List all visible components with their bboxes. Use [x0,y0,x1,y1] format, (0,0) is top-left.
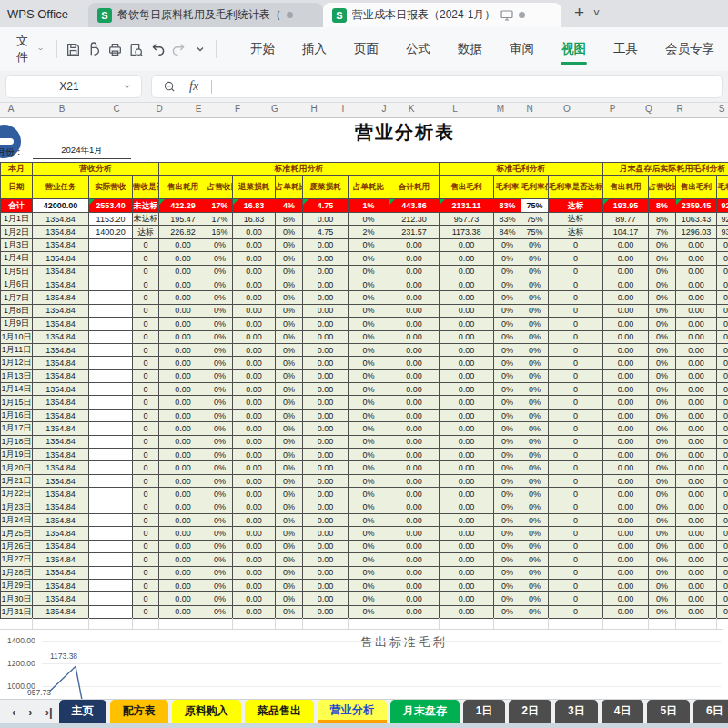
data-cell[interactable]: 0% [717,383,728,396]
data-cell[interactable]: 0.00 [676,461,717,474]
data-cell[interactable]: 0.00 [676,291,717,304]
data-cell[interactable]: 0.00 [389,474,440,487]
data-cell[interactable]: 0.00 [676,265,717,278]
data-cell[interactable]: 0.00 [159,318,207,330]
data-cell[interactable]: 0% [494,500,521,513]
data-cell[interactable]: 0% [521,291,549,304]
data-cell[interactable]: 0% [649,278,676,290]
data-cell[interactable]: 0% [521,422,549,435]
data-cell[interactable]: 0.00 [676,566,717,579]
data-cell[interactable]: 0.00 [159,252,207,265]
document-tab-active[interactable]: S 营业成本日报表（2024-1月） [323,3,561,27]
data-cell[interactable]: 0.00 [440,409,494,421]
data-cell[interactable]: 0% [276,409,303,421]
data-cell[interactable]: 0.00 [676,357,717,369]
column-letter[interactable]: F [235,104,240,114]
data-cell[interactable]: 0.00 [676,592,717,605]
data-cell[interactable]: 0.00 [303,566,349,579]
data-cell[interactable]: 0% [494,474,521,487]
data-cell[interactable]: 0% [521,278,549,290]
data-cell[interactable]: 0.00 [389,579,440,592]
data-cell[interactable]: 0 [549,383,603,396]
data-cell[interactable]: 0% [349,527,389,540]
data-cell[interactable]: 0% [276,291,303,304]
data-cell[interactable]: 0% [207,304,233,317]
data-cell[interactable]: 0.00 [233,592,276,605]
data-cell[interactable]: 0.00 [603,278,649,290]
data-cell[interactable]: 0.00 [233,383,276,396]
data-cell[interactable]: 1354.84 [33,553,89,566]
data-cell[interactable]: 0% [276,592,303,605]
data-cell[interactable]: 0% [649,461,676,474]
column-letter[interactable]: R [676,104,682,114]
data-cell[interactable]: 0.00 [233,566,276,579]
data-cell[interactable]: 0 [549,291,603,304]
data-cell[interactable]: 0% [649,238,676,251]
data-cell[interactable]: 0% [276,553,303,566]
data-cell[interactable]: 0 [549,304,603,317]
data-cell[interactable]: 0% [717,278,728,290]
data-cell[interactable]: 0% [349,449,389,461]
data-cell[interactable]: 1354.84 [33,605,89,618]
data-cell[interactable]: 0% [494,357,521,369]
data-cell[interactable]: 0% [276,318,303,330]
data-cell[interactable] [89,396,133,409]
data-cell[interactable]: 0.00 [233,357,276,369]
data-cell[interactable]: 0.00 [303,252,349,265]
data-cell[interactable]: 0 [133,369,159,382]
data-cell[interactable]: 0% [649,422,676,435]
data-cell[interactable]: 0% [494,409,521,421]
sheet-tab[interactable]: 2日 [509,700,551,723]
data-cell[interactable]: 0.00 [440,318,494,330]
chevron-down-icon[interactable] [123,82,132,91]
data-cell[interactable]: 0.00 [603,605,649,618]
data-cell[interactable]: 0% [521,252,549,265]
data-cell[interactable] [89,579,133,592]
file-menu-button[interactable]: 文件 [9,33,51,66]
data-cell[interactable]: 0% [717,579,728,592]
data-cell[interactable]: 0% [717,396,728,409]
data-cell[interactable]: 0% [276,500,303,513]
data-cell[interactable] [89,540,133,552]
data-cell[interactable]: 0.00 [389,318,440,330]
column-letter[interactable]: H [310,104,317,114]
data-cell[interactable]: 0% [521,330,549,343]
total-cell[interactable]: 4% [276,199,303,213]
data-cell[interactable]: 0% [494,396,521,409]
data-cell[interactable]: 0% [521,449,549,461]
data-cell[interactable]: 0.00 [233,605,276,618]
date-cell[interactable]: 1月27日 [1,553,33,566]
data-cell[interactable] [89,605,133,618]
data-cell[interactable]: 0 [549,474,603,487]
data-cell[interactable]: 0.00 [440,527,494,540]
data-cell[interactable]: 0 [133,357,159,369]
date-cell[interactable]: 1月7日 [1,291,33,304]
data-cell[interactable] [89,500,133,513]
data-cell[interactable]: 0% [649,553,676,566]
data-cell[interactable]: 0.00 [303,357,349,369]
data-cell[interactable]: 1354.84 [33,579,89,592]
data-cell[interactable]: 0.00 [440,383,494,396]
data-cell[interactable]: 0% [207,449,233,461]
data-cell[interactable]: 0.00 [233,330,276,343]
data-cell[interactable]: 0.00 [303,278,349,290]
data-cell[interactable]: 0 [549,396,603,409]
data-cell[interactable]: 0.00 [159,488,207,500]
data-cell[interactable]: 0.00 [676,304,717,317]
column-letter[interactable]: Q [645,104,652,114]
data-cell[interactable]: 0.00 [440,357,494,369]
total-cell[interactable]: 193.95 [603,199,649,213]
data-cell[interactable]: 0% [494,435,521,448]
data-cell[interactable]: 0% [349,213,389,226]
data-cell[interactable]: 0% [521,579,549,592]
data-cell[interactable]: 0% [494,579,521,592]
data-cell[interactable]: 0.00 [676,330,717,343]
data-cell[interactable]: 0% [717,330,728,343]
data-cell[interactable]: 0.00 [603,461,649,474]
data-cell[interactable]: 0% [276,513,303,526]
data-cell[interactable]: 0.00 [389,265,440,278]
column-letter[interactable]: N [526,104,532,114]
data-cell[interactable]: 0% [717,488,728,500]
data-cell[interactable]: 0% [276,343,303,356]
data-cell[interactable]: 0% [717,461,728,474]
